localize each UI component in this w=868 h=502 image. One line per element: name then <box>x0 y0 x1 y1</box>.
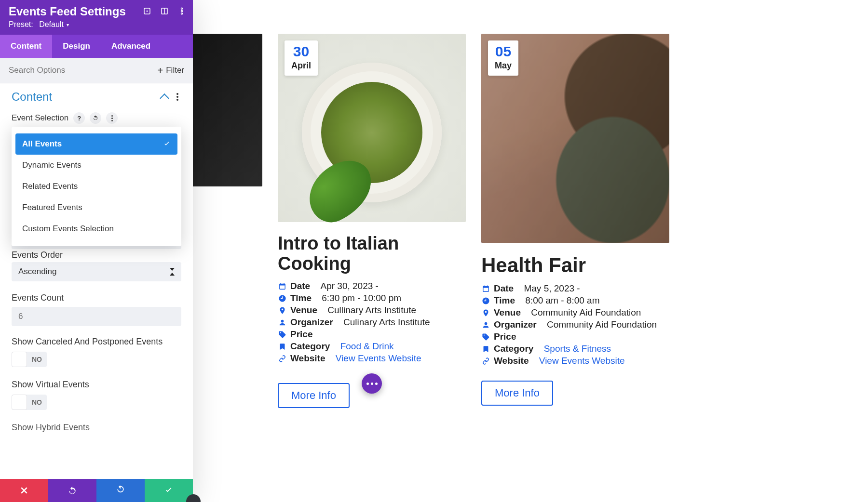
event-meta-list: Date Apr 30, 2023 - Time 6:30 pm - 10:00… <box>278 281 466 364</box>
clock-icon <box>278 294 286 303</box>
option-featured-events[interactable]: Featured Events <box>15 197 177 218</box>
more-icon[interactable] <box>177 7 186 15</box>
settings-panel: Events Feed Settings Preset: Default ▾ C… <box>0 0 193 502</box>
calendar-icon <box>278 282 286 291</box>
events-order-select[interactable]: Ascending <box>12 262 181 281</box>
link-icon <box>481 357 490 365</box>
svg-point-6 <box>181 13 183 14</box>
more-info-button[interactable]: More Info <box>481 381 553 406</box>
date-day: 30 <box>291 44 311 59</box>
event-date-badge: 30 April <box>285 40 318 76</box>
section-title: Content <box>12 90 52 104</box>
person-icon <box>481 321 490 329</box>
module-fab-button[interactable] <box>362 373 382 394</box>
more-info-button[interactable]: More Info <box>278 383 350 408</box>
show-hybrid-label: Show Hybrid Events <box>0 420 193 435</box>
panel-button-bar <box>0 479 193 502</box>
field-options-icon[interactable] <box>106 112 118 124</box>
events-order-label: Events Order <box>0 249 193 262</box>
plus-icon: + <box>158 65 163 76</box>
event-date-badge: 05 May <box>488 40 518 76</box>
show-virtual-toggle[interactable]: NO <box>12 395 47 410</box>
link-icon <box>278 355 286 363</box>
calendar-icon <box>481 285 490 293</box>
svg-point-1 <box>147 11 148 12</box>
undo-button[interactable] <box>48 479 96 502</box>
event-title: Intro to Italian Cooking <box>278 234 466 274</box>
option-custom-events[interactable]: Custom Events Selection <box>15 218 177 239</box>
filter-button[interactable]: +Filter <box>149 58 193 83</box>
event-meta-list: Date May 5, 2023 - Time 8:00 am - 8:00 a… <box>481 283 669 366</box>
help-icon[interactable]: ? <box>73 112 85 124</box>
section-more-icon[interactable] <box>174 93 181 101</box>
check-icon <box>163 140 171 148</box>
events-count-input[interactable] <box>12 307 181 326</box>
show-canceled-toggle[interactable]: NO <box>12 352 47 367</box>
events-count-label: Events Count <box>0 290 193 305</box>
field-label: Event Selection <box>12 113 68 123</box>
save-button[interactable] <box>145 479 193 502</box>
event-image: 05 May <box>481 34 669 243</box>
panel-tabs: Content Design Advanced <box>0 35 193 58</box>
person-icon <box>278 318 286 327</box>
option-dynamic-events[interactable]: Dynamic Events <box>15 155 177 176</box>
tag-icon <box>278 330 286 339</box>
content-section-header[interactable]: Content <box>0 83 193 106</box>
show-virtual-label: Show Virtual Events <box>0 377 193 392</box>
svg-point-4 <box>181 8 183 9</box>
tab-content[interactable]: Content <box>0 35 52 58</box>
chevron-down-icon: ▾ <box>67 22 69 27</box>
svg-point-5 <box>181 11 183 12</box>
event-card: 30 April Intro to Italian Cooking Date A… <box>278 34 466 408</box>
category-link[interactable]: Food & Drink <box>340 341 394 352</box>
discard-button[interactable] <box>0 479 48 502</box>
event-selection-dropdown[interactable]: All Events Dynamic Events Related Events… <box>12 127 181 230</box>
event-selection-label-row: Event Selection ? <box>0 106 193 127</box>
website-link[interactable]: View Events Website <box>336 353 421 364</box>
redo-button[interactable] <box>96 479 145 502</box>
pin-icon <box>278 306 286 315</box>
columns-icon[interactable] <box>160 7 169 15</box>
event-title: Health Fair <box>481 254 669 277</box>
event-card: 05 May Health Fair Date May 5, 2023 - Ti… <box>481 34 669 408</box>
search-bar: +Filter <box>0 58 193 83</box>
preset-selector[interactable]: Preset: Default ▾ <box>9 20 184 29</box>
show-canceled-label: Show Canceled And Postponed Events <box>0 334 193 349</box>
date-month: April <box>291 61 311 71</box>
pin-icon <box>481 309 490 317</box>
option-all-events[interactable]: All Events <box>15 133 177 155</box>
tab-design[interactable]: Design <box>52 35 101 58</box>
category-link[interactable]: Sports & Fitness <box>544 343 611 354</box>
panel-header: Events Feed Settings Preset: Default ▾ <box>0 0 193 35</box>
expand-icon[interactable] <box>143 7 151 15</box>
reset-icon[interactable] <box>90 112 101 124</box>
tag-icon <box>481 333 490 341</box>
tab-advanced[interactable]: Advanced <box>101 35 161 58</box>
clock-icon <box>481 297 490 305</box>
dropdown-popup: All Events Dynamic Events Related Events… <box>12 127 181 246</box>
search-input[interactable] <box>0 59 149 82</box>
bookmark-icon <box>481 345 490 353</box>
date-month: May <box>495 61 512 71</box>
website-link[interactable]: View Events Website <box>539 356 625 366</box>
option-related-events[interactable]: Related Events <box>15 176 177 197</box>
chevron-up-icon[interactable] <box>160 93 169 103</box>
event-image: 30 April <box>278 34 466 222</box>
date-day: 05 <box>495 44 512 59</box>
bookmark-icon <box>278 343 286 351</box>
